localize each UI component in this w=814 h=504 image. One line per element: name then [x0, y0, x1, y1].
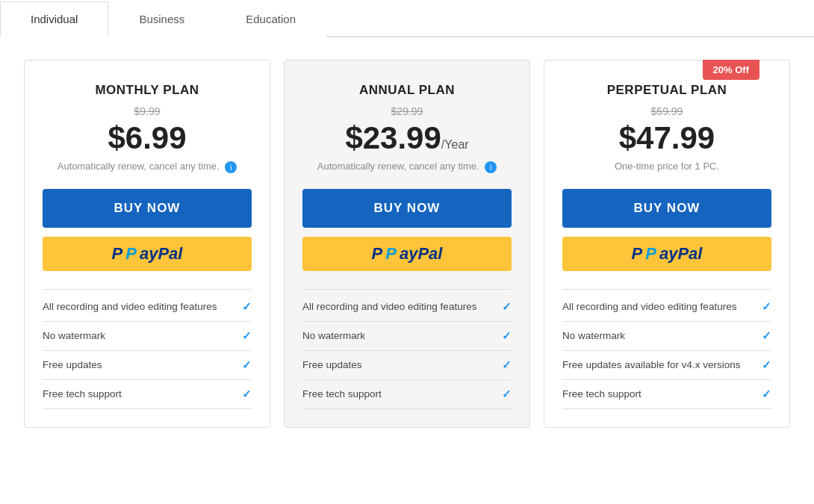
info-icon-monthly[interactable]: i	[225, 161, 237, 173]
feature-text: All recording and video editing features	[562, 301, 736, 312]
paypal-logo: PPayPal	[632, 244, 703, 264]
check-icon: ✓	[242, 358, 252, 372]
plan-title-monthly: MONTHLY PLAN	[43, 83, 252, 98]
check-icon: ✓	[762, 329, 771, 343]
feature-item: No watermark ✓	[302, 322, 512, 351]
tab-individual[interactable]: Individual	[0, 1, 108, 37]
feature-item: No watermark ✓	[43, 322, 252, 351]
feature-text: Free tech support	[562, 388, 641, 399]
check-icon: ✓	[762, 358, 771, 372]
buy-now-button-annual[interactable]: BUY NOW	[302, 189, 512, 228]
features-list-annual: All recording and video editing features…	[302, 289, 512, 409]
check-icon: ✓	[502, 388, 512, 401]
original-price-perpetual: $59.99	[562, 105, 771, 117]
paypal-text: ayPal	[659, 244, 703, 264]
feature-text: Free updates available for v4.x versions	[562, 359, 741, 370]
features-list-monthly: All recording and video editing features…	[43, 289, 252, 409]
current-price-monthly: $6.99	[43, 120, 252, 156]
feature-text: Free updates	[302, 359, 362, 370]
check-icon: ✓	[242, 329, 252, 343]
feature-item: Free updates ✓	[302, 351, 512, 380]
paypal-icon-p1: P	[632, 244, 643, 264]
check-icon: ✓	[762, 300, 771, 314]
buy-now-button-perpetual[interactable]: BUY NOW	[562, 189, 771, 228]
plan-card-annual: ANNUAL PLAN$29.99$23.99/YearAutomaticall…	[284, 60, 530, 428]
check-icon: ✓	[242, 300, 252, 314]
check-icon: ✓	[762, 388, 771, 401]
feature-item: Free tech support ✓	[302, 380, 512, 409]
buy-now-button-monthly[interactable]: BUY NOW	[43, 189, 252, 228]
plan-title-annual: ANNUAL PLAN	[302, 83, 512, 98]
feature-text: No watermark	[302, 330, 365, 341]
feature-item: All recording and video editing features…	[302, 293, 512, 322]
plan-title-perpetual: PERPETUAL PLAN	[562, 83, 771, 98]
tab-education[interactable]: Education	[215, 1, 326, 37]
paypal-button-monthly[interactable]: PPayPal	[43, 237, 252, 271]
paypal-logo: PPayPal	[112, 244, 183, 264]
feature-text: Free tech support	[302, 388, 382, 399]
feature-item: All recording and video editing features…	[43, 293, 252, 322]
check-icon: ✓	[502, 358, 512, 372]
current-price-annual: $23.99/Year	[302, 120, 512, 156]
paypal-button-perpetual[interactable]: PPayPal	[562, 237, 771, 271]
feature-text: All recording and video editing features	[43, 301, 217, 312]
paypal-icon-p1: P	[372, 244, 383, 264]
feature-item: All recording and video editing features…	[562, 293, 771, 322]
feature-item: Free tech support ✓	[562, 380, 771, 409]
paypal-button-annual[interactable]: PPayPal	[302, 237, 512, 271]
paypal-text: ayPal	[140, 244, 183, 264]
per-year-annual: /Year	[441, 138, 469, 151]
feature-text: No watermark	[562, 330, 625, 341]
tabs-container: IndividualBusinessEducation	[0, 0, 814, 37]
check-icon: ✓	[242, 388, 252, 401]
paypal-text: ayPal	[400, 244, 443, 264]
feature-text: All recording and video editing features	[302, 301, 476, 312]
feature-text: Free tech support	[43, 388, 122, 399]
plan-card-monthly: MONTHLY PLAN$9.99$6.99Automatically rene…	[24, 60, 270, 428]
feature-text: Free updates	[43, 359, 102, 370]
info-icon-annual[interactable]: i	[485, 161, 497, 173]
current-price-perpetual: $47.99	[562, 120, 771, 156]
paypal-icon-p2: P	[645, 244, 656, 264]
paypal-icon-p1: P	[112, 244, 123, 264]
feature-item: Free tech support ✓	[43, 380, 252, 409]
paypal-icon-p2: P	[125, 244, 137, 264]
original-price-annual: $29.99	[302, 105, 512, 117]
badge-discount: 20% Off	[703, 60, 759, 80]
feature-item: Free updates available for v4.x versions…	[562, 351, 771, 380]
features-list-perpetual: All recording and video editing features…	[562, 289, 771, 409]
feature-item: No watermark ✓	[562, 322, 771, 351]
price-note-monthly: Automatically renew, cancel any time. i	[43, 159, 252, 174]
feature-text: No watermark	[43, 330, 105, 341]
check-icon: ✓	[502, 329, 512, 343]
feature-item: Free updates ✓	[43, 351, 252, 380]
paypal-icon-p2: P	[385, 244, 397, 264]
price-note-perpetual: One-time price for 1 PC.	[562, 159, 771, 174]
original-price-monthly: $9.99	[43, 105, 252, 117]
price-note-annual: Automatically renew, cancel any time. i	[302, 159, 512, 174]
plan-card-perpetual: 20% OffPERPETUAL PLAN$59.99$47.99One-tim…	[544, 60, 790, 428]
plans-container: MONTHLY PLAN$9.99$6.99Automatically rene…	[0, 37, 814, 450]
check-icon: ✓	[502, 300, 512, 314]
paypal-logo: PPayPal	[372, 244, 443, 264]
tab-business[interactable]: Business	[108, 1, 215, 37]
